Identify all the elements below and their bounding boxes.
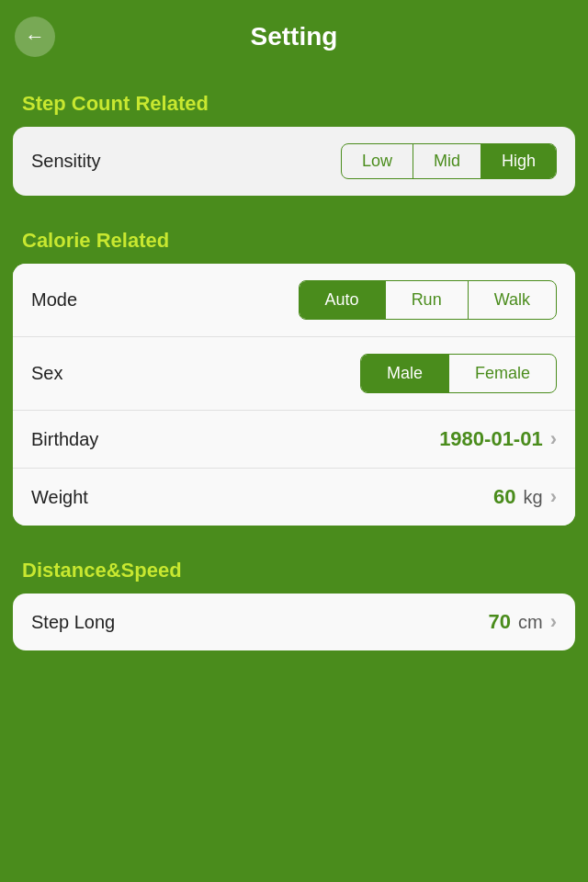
weight-chevron-icon: › — [550, 485, 557, 509]
sex-label: Sex — [31, 363, 62, 384]
weight-row[interactable]: Weight 60 kg › — [13, 469, 575, 526]
birthday-chevron-icon: › — [550, 427, 557, 451]
mode-segment: Auto Run Walk — [299, 280, 557, 320]
step-long-value-group: 70 cm › — [489, 610, 557, 634]
step-long-chevron-icon: › — [550, 610, 557, 634]
back-arrow-icon: ← — [25, 27, 45, 47]
distance-speed-card: Step Long 70 cm › — [13, 594, 575, 650]
mode-walk-button[interactable]: Walk — [468, 281, 556, 319]
step-long-row[interactable]: Step Long 70 cm › — [13, 594, 575, 650]
calorie-section-label: Calorie Related — [0, 210, 588, 264]
page-title: Setting — [251, 22, 338, 51]
step-count-card: Sensitity Low Mid High — [13, 127, 575, 196]
sensitivity-label: Sensitity — [31, 151, 101, 172]
birthday-row[interactable]: Birthday 1980-01-01 › — [13, 411, 575, 469]
weight-value: 60 — [493, 485, 515, 509]
header: ← Setting — [0, 0, 588, 74]
birthday-value-group: 1980-01-01 › — [439, 427, 557, 451]
step-long-value: 70 — [489, 610, 511, 634]
sensitivity-row: Sensitity Low Mid High — [13, 127, 575, 196]
sex-female-button[interactable]: Female — [448, 355, 556, 392]
mode-auto-button[interactable]: Auto — [300, 281, 385, 319]
mode-row: Mode Auto Run Walk — [13, 264, 575, 337]
sensitivity-low-button[interactable]: Low — [342, 144, 413, 178]
weight-label: Weight — [31, 487, 88, 508]
distance-speed-section-label: Distance&Speed — [0, 540, 588, 594]
sensitivity-segment: Low Mid High — [341, 143, 557, 179]
step-long-unit: cm — [518, 612, 543, 633]
mode-label: Mode — [31, 289, 77, 311]
sensitivity-high-button[interactable]: High — [481, 144, 556, 178]
weight-value-group: 60 kg › — [493, 485, 557, 509]
sex-row: Sex Male Female — [13, 337, 575, 411]
calorie-card: Mode Auto Run Walk Sex Male Female Birth… — [13, 264, 575, 526]
sex-segment: Male Female — [360, 354, 557, 393]
mode-run-button[interactable]: Run — [385, 281, 468, 319]
step-count-section-label: Step Count Related — [0, 74, 588, 127]
back-button[interactable]: ← — [15, 17, 55, 57]
weight-unit: kg — [524, 487, 543, 508]
birthday-label: Birthday — [31, 429, 98, 450]
sex-male-button[interactable]: Male — [361, 355, 448, 392]
sensitivity-mid-button[interactable]: Mid — [413, 144, 481, 178]
step-long-label: Step Long — [31, 612, 115, 633]
birthday-value: 1980-01-01 — [439, 427, 543, 451]
